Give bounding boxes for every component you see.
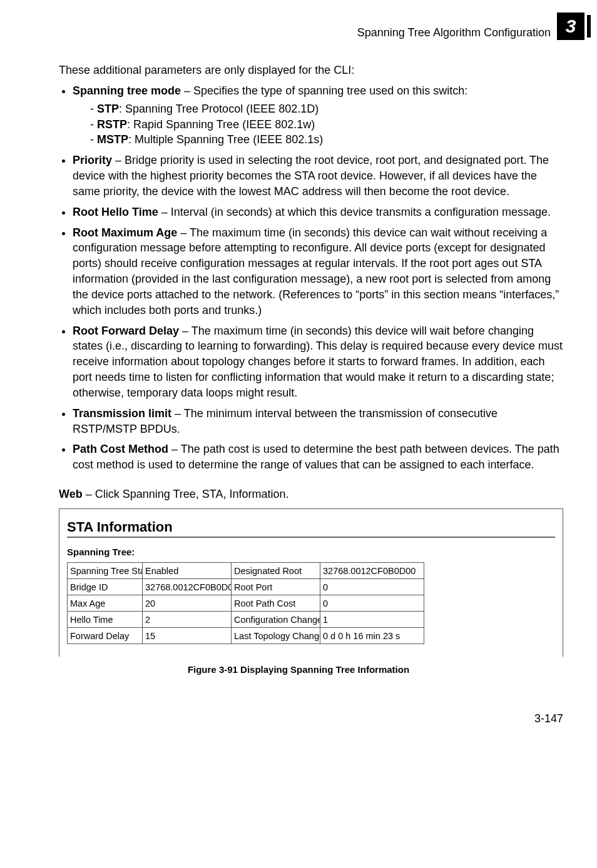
list-item: Root Maximum Age – The maximum time (in … [73, 225, 563, 318]
sub-val: : Spanning Tree Protocol (IEEE 802.1D) [119, 103, 319, 115]
param-name: Root Forward Delay [73, 325, 179, 337]
table-cell: Enabled [143, 563, 232, 579]
table-cell: 15 [143, 628, 232, 644]
table-cell: Last Topology Change [232, 628, 320, 644]
param-name: Spanning tree mode [73, 84, 181, 97]
list-item: STP: Spanning Tree Protocol (IEEE 802.1D… [90, 101, 563, 117]
figure-caption: Figure 3-91 Displaying Spanning Tree Inf… [34, 664, 563, 675]
table-cell: Forward Delay [68, 628, 143, 644]
table-row: Forward Delay15Last Topology Change0 d 0… [68, 628, 424, 644]
sub-val: : Rapid Spanning Tree (IEEE 802.1w) [127, 118, 315, 131]
table-row: Bridge ID32768.0012CF0B0D00Root Port0 [68, 579, 424, 595]
panel-subhead: Spanning Tree: [67, 547, 555, 557]
table-cell: Configuration Changes [232, 612, 320, 628]
sub-key: STP [97, 103, 119, 115]
table-cell: 1 [320, 612, 424, 628]
param-desc: – Interval (in seconds) at which this de… [158, 206, 551, 218]
table-cell: 2 [143, 612, 232, 628]
table-cell: Root Port [232, 579, 320, 595]
panel-title: STA Information [67, 519, 555, 535]
intro-text: These additional parameters are only dis… [59, 64, 563, 77]
page-header: Spanning Tree Algorithm Configuration 3 [34, 19, 563, 46]
table-cell: 32768.0012CF0B0D00 [320, 563, 424, 579]
web-instruction: Web – Click Spanning Tree, STA, Informat… [59, 488, 563, 501]
list-item: Spanning tree mode – Specifies the type … [73, 83, 563, 148]
web-text: – Click Spanning Tree, STA, Information. [83, 488, 289, 500]
table-row: Hello Time2Configuration Changes1 [68, 612, 424, 628]
sta-panel: STA Information Spanning Tree: Spanning … [59, 508, 563, 657]
chapter-badge: 3 [557, 13, 584, 40]
table-cell: 0 d 0 h 16 min 23 s [320, 628, 424, 644]
table-cell: Bridge ID [68, 579, 143, 595]
web-label: Web [59, 488, 83, 500]
param-desc: – Bridge priority is used in selecting t… [73, 154, 549, 198]
param-name: Priority [73, 154, 112, 166]
table-cell: 0 [320, 595, 424, 612]
list-item: Priority – Bridge priority is used in se… [73, 153, 563, 199]
table-cell: Root Path Cost [232, 595, 320, 612]
list-item: RSTP: Rapid Spanning Tree (IEEE 802.1w) [90, 117, 563, 133]
table-cell: 20 [143, 595, 232, 612]
parameter-list: Spanning tree mode – Specifies the type … [59, 83, 563, 473]
param-name: Path Cost Method [73, 443, 168, 455]
sta-table: Spanning Tree StateEnabledDesignated Roo… [67, 562, 424, 644]
sub-list: STP: Spanning Tree Protocol (IEEE 802.1D… [73, 101, 563, 148]
param-name: Root Hello Time [73, 206, 158, 218]
table-cell: Spanning Tree State [68, 563, 143, 579]
header-title: Spanning Tree Algorithm Configuration [357, 26, 551, 39]
sub-key: MSTP [97, 133, 128, 146]
table-cell: 0 [320, 579, 424, 595]
page-number: 3-147 [34, 712, 563, 725]
table-row: Max Age20Root Path Cost0 [68, 595, 424, 612]
list-item: Root Hello Time – Interval (in seconds) … [73, 204, 563, 220]
sub-key: RSTP [97, 118, 127, 131]
list-item: MSTP: Multiple Spanning Tree (IEEE 802.1… [90, 132, 563, 148]
divider [67, 537, 555, 538]
param-name: Transmission limit [73, 407, 171, 420]
param-desc: – The maximum time (in seconds) this dev… [73, 226, 559, 316]
table-cell: 32768.0012CF0B0D00 [143, 579, 232, 595]
table-cell: Designated Root [232, 563, 320, 579]
list-item: Root Forward Delay – The maximum time (i… [73, 323, 563, 401]
list-item: Transmission limit – The minimum interva… [73, 406, 563, 437]
table-row: Spanning Tree StateEnabledDesignated Roo… [68, 563, 424, 579]
table-cell: Max Age [68, 595, 143, 612]
list-item: Path Cost Method – The path cost is used… [73, 442, 563, 473]
param-desc: – Specifies the type of spanning tree us… [181, 84, 467, 97]
table-cell: Hello Time [68, 612, 143, 628]
param-name: Root Maximum Age [73, 226, 177, 239]
sub-val: : Multiple Spanning Tree (IEEE 802.1s) [128, 133, 323, 146]
